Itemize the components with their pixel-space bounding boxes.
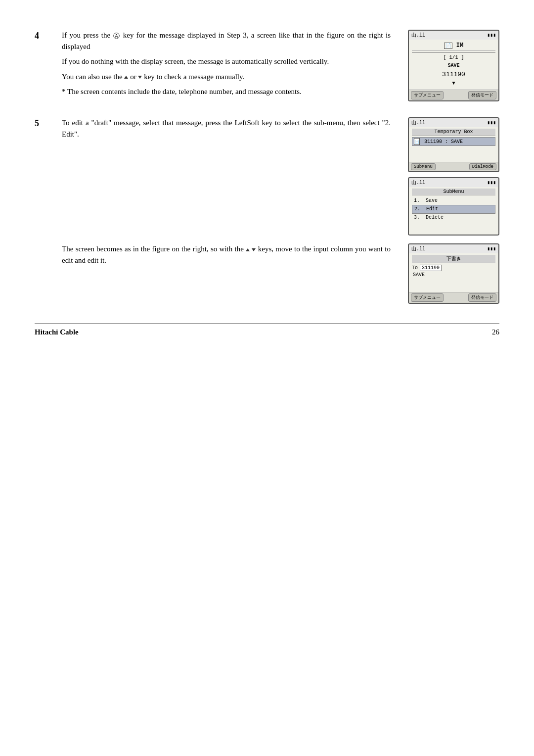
phone-top-bar-4: 山.ll ▮▮▮ [409, 244, 498, 253]
phone-top-bar-1: 山.ll ▮▮▮ [409, 31, 498, 40]
down-triangle-icon-2 [252, 248, 256, 251]
phone-footer-temp-box: SubMenu DialMode [409, 162, 498, 171]
signal-icon-1: 山.ll [411, 32, 425, 39]
number-display: 311190 [412, 70, 495, 80]
step-4-content: If you press the Ⓐ key for the message d… [62, 30, 400, 101]
submenu-spacer [412, 222, 495, 233]
footer-right-btn-im[interactable]: 発信モード [468, 91, 496, 99]
step-5-number: 5 [35, 117, 62, 129]
footer-brand: Hitachi Cable [35, 328, 79, 336]
arrow-down-indicator: ▼ [412, 80, 495, 88]
step-5-row: 5 To edit a "draft" message, select that… [35, 117, 499, 304]
step-4-para-4: * The screen contents include the date, … [62, 86, 391, 97]
signal-icon-3: 山.ll [411, 179, 425, 186]
submenu-item-1: 1. Save [412, 197, 495, 205]
submenu-item-2: 2. Edit [412, 205, 495, 214]
phone-body-draft-edit: 下書き To 311190 SAVE [409, 253, 498, 292]
phone-top-bar-2: 山.ll ▮▮▮ [409, 118, 498, 127]
temp-box-item-row: 📄 311190 : SAVE [412, 137, 495, 146]
step-4-number: 4 [35, 30, 62, 41]
step-5-content-bottom: The screen becomes as in the figure on t… [62, 243, 400, 270]
temp-box-item: 📄 311190 : SAVE [412, 137, 495, 146]
signal-icon-2: 山.ll [411, 119, 425, 126]
phone-footer-im: サブメニュー 発信モード [409, 90, 498, 100]
page-footer: Hitachi Cable 26 [35, 324, 499, 336]
step-5-para-1: To edit a "draft" message, select that m… [62, 117, 391, 140]
page: 4 If you press the Ⓐ key for the message… [0, 0, 534, 756]
step-4-figures: 山.ll ▮▮▮ 📄 IM [ 1/1 ] SAVE 311190 ▼ サブメニ… [400, 30, 499, 101]
submenu-title: SubMenu [412, 189, 495, 195]
step-5-content-top: To edit a "draft" message, select that m… [62, 117, 400, 143]
submenu-item-3: 3. Delete [412, 214, 495, 222]
submenu-items: 1. Save 2. Edit 3. Delete [412, 197, 495, 222]
footer-left-btn-im[interactable]: サブメニュー [411, 91, 444, 99]
phone-screen-draft-edit: 山.ll ▮▮▮ 下書き To 311190 SAVE [408, 243, 499, 304]
phone-body-im: 📄 IM [ 1/1 ] SAVE 311190 ▼ [409, 40, 498, 90]
phone-body-temp-box: Temporary Box 📄 311190 : SAVE [409, 127, 498, 162]
signal-icon-4: 山.ll [411, 245, 425, 252]
battery-icon-2: ▮▮▮ [487, 120, 496, 126]
footer-page-number: 26 [492, 328, 499, 336]
draft-spacer [412, 279, 495, 290]
battery-icon-3: ▮▮▮ [487, 180, 496, 186]
save-label-display: SAVE [412, 62, 495, 70]
im-box-icon: 📄 [444, 43, 452, 49]
step-4-row: 4 If you press the Ⓐ key for the message… [35, 30, 499, 101]
step-4-para-2: If you do nothing with the display scree… [62, 56, 391, 67]
down-triangle-icon [138, 76, 142, 79]
to-label: To [412, 265, 418, 271]
phone-screen-temp-box: 山.ll ▮▮▮ Temporary Box 📄 311190 : SAVE [408, 117, 499, 172]
footer-right-btn-draft[interactable]: 発信モード [468, 293, 496, 302]
phone-top-bar-3: 山.ll ▮▮▮ [409, 178, 498, 187]
draft-save-label: SAVE [412, 271, 495, 279]
to-row: To 311190 [412, 265, 495, 271]
temp-box-item-label: 311190 : SAVE [424, 139, 463, 144]
temp-box-spacer [412, 146, 495, 160]
step-5-figures-bottom: 山.ll ▮▮▮ 下書き To 311190 SAVE [400, 243, 499, 304]
up-triangle-icon-2 [246, 248, 250, 251]
step-5-para-2: The screen becomes as in the figure on t… [62, 243, 391, 266]
to-value: 311190 [420, 265, 442, 271]
draft-edit-title: 下書き [412, 255, 495, 263]
step-4-para-3: You can also use the or key to check a m… [62, 71, 391, 83]
doc-icon: 📄 [414, 138, 420, 145]
footer-left-btn-draft[interactable]: サブメニュー [411, 293, 444, 302]
phone-screen-submenu: 山.ll ▮▮▮ SubMenu 1. Save 2. Edit 3. Dele… [408, 177, 499, 236]
footer-right-btn-temp-box[interactable]: DialMode [469, 163, 496, 170]
phone-footer-draft-edit: サブメニュー 発信モード [409, 292, 498, 303]
phone-body-submenu: SubMenu 1. Save 2. Edit 3. Delete [409, 187, 498, 235]
im-label: IM [456, 42, 463, 49]
battery-icon-4: ▮▮▮ [487, 246, 496, 252]
temp-box-title: Temporary Box [412, 129, 495, 136]
step-5-figures-top: 山.ll ▮▮▮ Temporary Box 📄 311190 : SAVE [400, 117, 499, 236]
battery-icon-1: ▮▮▮ [487, 32, 496, 38]
up-triangle-icon [124, 76, 128, 79]
phone-screen-im: 山.ll ▮▮▮ 📄 IM [ 1/1 ] SAVE 311190 ▼ サブメニ… [408, 30, 499, 101]
step-4-para-1: If you press the Ⓐ key for the message d… [62, 30, 391, 52]
settings-icon: Ⓐ [113, 32, 121, 40]
page-indicator: [ 1/1 ] [412, 54, 495, 62]
footer-left-btn-temp-box[interactable]: SubMenu [411, 163, 436, 170]
